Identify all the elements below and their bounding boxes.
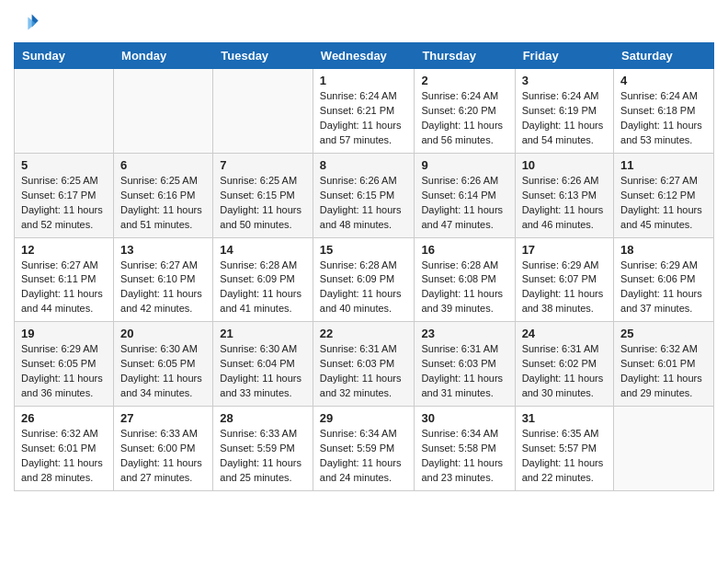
cell-content: Sunrise: 6:29 AM Sunset: 6:07 PM Dayligh… bbox=[522, 259, 607, 317]
cell-content: Sunrise: 6:30 AM Sunset: 6:05 PM Dayligh… bbox=[120, 342, 206, 401]
calendar-cell: 25Sunrise: 6:32 AM Sunset: 6:01 PM Dayli… bbox=[614, 322, 714, 407]
day-number: 26 bbox=[21, 411, 107, 425]
calendar-cell: 26Sunrise: 6:32 AM Sunset: 6:01 PM Dayli… bbox=[15, 407, 114, 491]
cell-content: Sunrise: 6:28 AM Sunset: 6:08 PM Dayligh… bbox=[421, 259, 507, 317]
calendar-cell: 6Sunrise: 6:25 AM Sunset: 6:16 PM Daylig… bbox=[114, 153, 213, 237]
weekday-header-friday: Friday bbox=[515, 43, 613, 69]
day-number: 31 bbox=[522, 411, 607, 425]
calendar-cell: 15Sunrise: 6:28 AM Sunset: 6:09 PM Dayli… bbox=[313, 237, 415, 322]
calendar-cell: 10Sunrise: 6:26 AM Sunset: 6:13 PM Dayli… bbox=[515, 153, 613, 237]
day-number: 14 bbox=[220, 243, 306, 257]
cell-content: Sunrise: 6:35 AM Sunset: 5:57 PM Dayligh… bbox=[522, 427, 607, 486]
cell-content: Sunrise: 6:27 AM Sunset: 6:10 PM Dayligh… bbox=[120, 259, 206, 317]
cell-content: Sunrise: 6:28 AM Sunset: 6:09 PM Dayligh… bbox=[320, 259, 408, 317]
day-number: 18 bbox=[620, 243, 707, 257]
cell-content: Sunrise: 6:29 AM Sunset: 6:06 PM Dayligh… bbox=[620, 259, 707, 317]
cell-content: Sunrise: 6:31 AM Sunset: 6:03 PM Dayligh… bbox=[421, 342, 507, 401]
logo bbox=[14, 9, 43, 35]
calendar-cell: 31Sunrise: 6:35 AM Sunset: 5:57 PM Dayli… bbox=[515, 407, 613, 491]
cell-content: Sunrise: 6:24 AM Sunset: 6:19 PM Dayligh… bbox=[522, 89, 607, 148]
day-number: 23 bbox=[421, 327, 507, 340]
calendar-cell: 21Sunrise: 6:30 AM Sunset: 6:04 PM Dayli… bbox=[213, 322, 313, 407]
day-number: 22 bbox=[320, 327, 408, 340]
calendar-cell: 2Sunrise: 6:24 AM Sunset: 6:20 PM Daylig… bbox=[415, 69, 515, 154]
cell-content: Sunrise: 6:26 AM Sunset: 6:15 PM Dayligh… bbox=[320, 174, 408, 233]
day-number: 27 bbox=[120, 411, 206, 425]
cell-content: Sunrise: 6:29 AM Sunset: 6:05 PM Dayligh… bbox=[21, 342, 107, 401]
week-row-1: 1Sunrise: 6:24 AM Sunset: 6:21 PM Daylig… bbox=[15, 69, 714, 154]
cell-content: Sunrise: 6:24 AM Sunset: 6:20 PM Dayligh… bbox=[421, 89, 507, 148]
day-number: 24 bbox=[522, 327, 607, 340]
day-number: 5 bbox=[21, 158, 107, 172]
weekday-header-wednesday: Wednesday bbox=[313, 43, 415, 69]
day-number: 25 bbox=[620, 327, 707, 340]
cell-content: Sunrise: 6:34 AM Sunset: 5:58 PM Dayligh… bbox=[421, 427, 507, 486]
weekday-header-saturday: Saturday bbox=[614, 43, 714, 69]
calendar-cell: 7Sunrise: 6:25 AM Sunset: 6:15 PM Daylig… bbox=[213, 153, 313, 237]
day-number: 2 bbox=[421, 74, 507, 87]
calendar-cell: 4Sunrise: 6:24 AM Sunset: 6:18 PM Daylig… bbox=[614, 69, 714, 154]
cell-content: Sunrise: 6:27 AM Sunset: 6:12 PM Dayligh… bbox=[620, 174, 707, 233]
calendar-cell: 8Sunrise: 6:26 AM Sunset: 6:15 PM Daylig… bbox=[313, 153, 415, 237]
calendar-table: SundayMondayTuesdayWednesdayThursdayFrid… bbox=[14, 42, 714, 491]
logo-icon bbox=[14, 9, 40, 35]
cell-content: Sunrise: 6:25 AM Sunset: 6:17 PM Dayligh… bbox=[21, 174, 107, 233]
calendar-cell bbox=[614, 407, 714, 491]
day-number: 15 bbox=[320, 243, 408, 257]
calendar-cell: 19Sunrise: 6:29 AM Sunset: 6:05 PM Dayli… bbox=[15, 322, 114, 407]
day-number: 6 bbox=[120, 158, 206, 172]
calendar-cell: 9Sunrise: 6:26 AM Sunset: 6:14 PM Daylig… bbox=[415, 153, 515, 237]
calendar-cell: 13Sunrise: 6:27 AM Sunset: 6:10 PM Dayli… bbox=[114, 237, 213, 322]
cell-content: Sunrise: 6:31 AM Sunset: 6:03 PM Dayligh… bbox=[320, 342, 408, 401]
week-row-4: 19Sunrise: 6:29 AM Sunset: 6:05 PM Dayli… bbox=[15, 322, 714, 407]
day-number: 30 bbox=[421, 411, 507, 425]
weekday-header-sunday: Sunday bbox=[15, 43, 114, 69]
calendar-cell: 23Sunrise: 6:31 AM Sunset: 6:03 PM Dayli… bbox=[415, 322, 515, 407]
calendar-cell: 17Sunrise: 6:29 AM Sunset: 6:07 PM Dayli… bbox=[515, 237, 613, 322]
page-header bbox=[14, 9, 714, 35]
day-number: 21 bbox=[220, 327, 306, 340]
day-number: 8 bbox=[320, 158, 408, 172]
day-number: 20 bbox=[120, 327, 206, 340]
calendar-cell: 11Sunrise: 6:27 AM Sunset: 6:12 PM Dayli… bbox=[614, 153, 714, 237]
weekday-header-row: SundayMondayTuesdayWednesdayThursdayFrid… bbox=[15, 43, 714, 69]
calendar-cell: 20Sunrise: 6:30 AM Sunset: 6:05 PM Dayli… bbox=[114, 322, 213, 407]
cell-content: Sunrise: 6:33 AM Sunset: 6:00 PM Dayligh… bbox=[120, 427, 206, 486]
cell-content: Sunrise: 6:32 AM Sunset: 6:01 PM Dayligh… bbox=[620, 342, 707, 401]
day-number: 9 bbox=[421, 158, 507, 172]
calendar-cell: 24Sunrise: 6:31 AM Sunset: 6:02 PM Dayli… bbox=[515, 322, 613, 407]
calendar-cell bbox=[114, 69, 213, 154]
calendar-cell: 12Sunrise: 6:27 AM Sunset: 6:11 PM Dayli… bbox=[15, 237, 114, 322]
day-number: 17 bbox=[522, 243, 607, 257]
cell-content: Sunrise: 6:27 AM Sunset: 6:11 PM Dayligh… bbox=[21, 259, 107, 317]
day-number: 12 bbox=[21, 243, 107, 257]
cell-content: Sunrise: 6:24 AM Sunset: 6:21 PM Dayligh… bbox=[320, 89, 408, 148]
day-number: 10 bbox=[522, 158, 607, 172]
cell-content: Sunrise: 6:31 AM Sunset: 6:02 PM Dayligh… bbox=[522, 342, 607, 401]
cell-content: Sunrise: 6:32 AM Sunset: 6:01 PM Dayligh… bbox=[21, 427, 107, 486]
calendar-cell: 16Sunrise: 6:28 AM Sunset: 6:08 PM Dayli… bbox=[415, 237, 515, 322]
day-number: 3 bbox=[522, 74, 607, 87]
day-number: 7 bbox=[220, 158, 306, 172]
calendar-cell: 5Sunrise: 6:25 AM Sunset: 6:17 PM Daylig… bbox=[15, 153, 114, 237]
day-number: 13 bbox=[120, 243, 206, 257]
cell-content: Sunrise: 6:25 AM Sunset: 6:15 PM Dayligh… bbox=[220, 174, 306, 233]
calendar-cell bbox=[15, 69, 114, 154]
calendar-cell: 14Sunrise: 6:28 AM Sunset: 6:09 PM Dayli… bbox=[213, 237, 313, 322]
calendar-cell: 27Sunrise: 6:33 AM Sunset: 6:00 PM Dayli… bbox=[114, 407, 213, 491]
week-row-3: 12Sunrise: 6:27 AM Sunset: 6:11 PM Dayli… bbox=[15, 237, 714, 322]
weekday-header-thursday: Thursday bbox=[415, 43, 515, 69]
cell-content: Sunrise: 6:34 AM Sunset: 5:59 PM Dayligh… bbox=[320, 427, 408, 486]
week-row-5: 26Sunrise: 6:32 AM Sunset: 6:01 PM Dayli… bbox=[15, 407, 714, 491]
day-number: 19 bbox=[21, 327, 107, 340]
cell-content: Sunrise: 6:24 AM Sunset: 6:18 PM Dayligh… bbox=[620, 89, 707, 148]
calendar-cell: 28Sunrise: 6:33 AM Sunset: 5:59 PM Dayli… bbox=[213, 407, 313, 491]
cell-content: Sunrise: 6:33 AM Sunset: 5:59 PM Dayligh… bbox=[220, 427, 306, 486]
weekday-header-tuesday: Tuesday bbox=[213, 43, 313, 69]
calendar-cell: 3Sunrise: 6:24 AM Sunset: 6:19 PM Daylig… bbox=[515, 69, 613, 154]
day-number: 4 bbox=[620, 74, 707, 87]
calendar-cell: 22Sunrise: 6:31 AM Sunset: 6:03 PM Dayli… bbox=[313, 322, 415, 407]
cell-content: Sunrise: 6:26 AM Sunset: 6:14 PM Dayligh… bbox=[421, 174, 507, 233]
week-row-2: 5Sunrise: 6:25 AM Sunset: 6:17 PM Daylig… bbox=[15, 153, 714, 237]
day-number: 28 bbox=[220, 411, 306, 425]
